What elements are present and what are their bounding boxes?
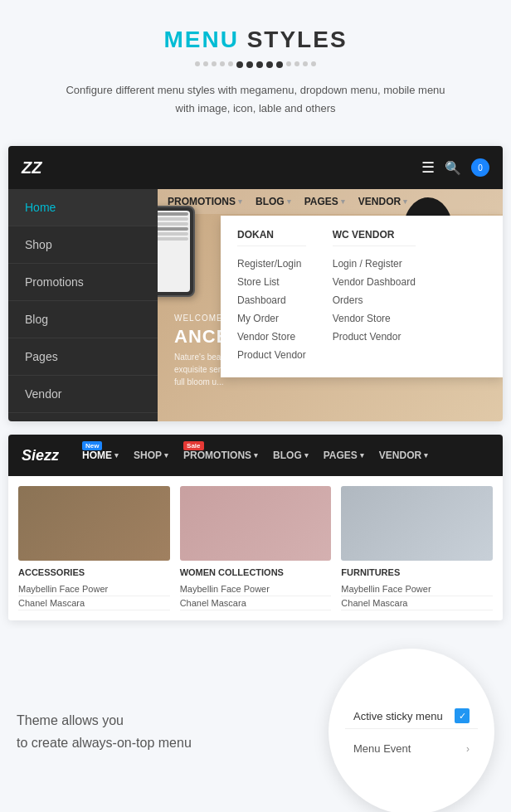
title-accent: MENU xyxy=(163,27,238,52)
title-section: MENU STYLES Configure different menu sty… xyxy=(0,0,511,146)
sticky-panel-row-1: Active sticky menu ✓ xyxy=(345,703,478,729)
dot-9 xyxy=(266,61,273,68)
wc-vendor-title: WC VENDOR xyxy=(333,229,416,246)
furniture-image xyxy=(341,486,493,561)
sticky-section: Theme allows you to create always-on-top… xyxy=(0,629,511,812)
sticky-active-label: Active sticky menu xyxy=(353,710,446,722)
dot-11 xyxy=(286,61,291,66)
sticky-panel-row-2: Menu Event › xyxy=(345,737,478,760)
light-nav-blog[interactable]: BLOG ▾ xyxy=(273,450,309,461)
sticky-checkbox[interactable]: ✓ xyxy=(455,708,470,723)
accessories-image xyxy=(18,486,170,561)
title-rest: STYLES xyxy=(239,27,348,52)
phone-bar-2 xyxy=(158,217,188,221)
dokan-item-2[interactable]: Store List xyxy=(237,273,306,291)
dot-3 xyxy=(212,61,217,66)
wc-item-4[interactable]: Vendor Store xyxy=(333,309,416,328)
dark-navbar: ZZ ☰ 🔍 0 xyxy=(8,146,503,189)
dot-13 xyxy=(303,61,308,66)
hamburger-icon[interactable]: ☰ xyxy=(421,158,435,177)
phone-bar-6 xyxy=(158,237,188,241)
vendor-col-dokan: DOKAN Register/Login Store List Dashboar… xyxy=(237,229,306,364)
search-icon[interactable]: 🔍 xyxy=(445,160,461,176)
sticky-text-line1: Theme allows you xyxy=(17,709,312,732)
menu-item-vendor[interactable]: Vendor xyxy=(8,376,158,413)
dokan-item-4[interactable]: My Order xyxy=(237,309,306,328)
furniture-item-1[interactable]: Maybellin Face Power xyxy=(341,582,493,596)
wc-item-5[interactable]: Product Vendor xyxy=(333,328,416,346)
badge-new-home: New xyxy=(82,441,102,450)
wc-vendor-list: Login / Register Vendor Dashboard Orders… xyxy=(333,255,416,346)
wc-item-3[interactable]: Orders xyxy=(333,291,416,309)
dokan-list: Register/Login Store List Dashboard My O… xyxy=(237,255,306,364)
dot-2 xyxy=(203,61,208,66)
product-grid: ACCESSORIES Maybellin Face Power Chanel … xyxy=(8,476,503,620)
light-nav-pages[interactable]: PAGES ▾ xyxy=(324,450,364,461)
women-item-1[interactable]: Maybellin Face Power xyxy=(180,582,332,596)
inner-nav-pages[interactable]: PAGES ▾ xyxy=(304,196,345,207)
dots-row xyxy=(17,61,494,68)
dot-6 xyxy=(236,61,243,68)
product-col-accessories: ACCESSORIES Maybellin Face Power Chanel … xyxy=(18,486,170,610)
phone-mockup xyxy=(158,206,195,297)
light-logo: Siezz xyxy=(22,447,59,464)
product-col-women: WOMEN COLLECTIONS Maybellin Face Power C… xyxy=(180,486,332,610)
phone-bar-1 xyxy=(158,212,188,216)
women-item-2[interactable]: Chanel Mascara xyxy=(180,596,332,610)
furniture-category: FURNITURES xyxy=(341,567,493,577)
menu-item-promotions[interactable]: Promotions xyxy=(8,264,158,301)
light-nav-shop[interactable]: SHOP ▾ xyxy=(134,450,168,461)
dokan-item-3[interactable]: Dashboard xyxy=(237,291,306,309)
left-menu: Home Shop Promotions Blog Pages Vendor xyxy=(8,189,158,421)
light-nav-items: New HOME ▾ SHOP ▾ Sale PROMOTIONS ▾ BLOG… xyxy=(82,450,428,461)
wc-item-2[interactable]: Vendor Dashboard xyxy=(333,273,416,291)
light-navbar: Siezz New HOME ▾ SHOP ▾ Sale PROMOTIONS … xyxy=(8,435,503,476)
hero-area: PROMOTIONS ▾ BLOG ▾ PAGES ▾ VENDOR ▾ DOK… xyxy=(158,189,503,421)
phone-bar-4 xyxy=(158,227,188,231)
furniture-item-2[interactable]: Chanel Mascara xyxy=(341,596,493,610)
menu-item-home[interactable]: Home xyxy=(8,189,158,226)
dark-menu-demo: ZZ ☰ 🔍 0 Home Shop Promotions Blog Pages… xyxy=(8,146,503,421)
dokan-item-1[interactable]: Register/Login xyxy=(237,255,306,273)
vendor-col-wc: WC VENDOR Login / Register Vendor Dashbo… xyxy=(333,229,416,364)
light-nav-vendor[interactable]: VENDOR ▾ xyxy=(379,450,428,461)
cart-badge[interactable]: 0 xyxy=(471,158,489,177)
accessories-item-2[interactable]: Chanel Mascara xyxy=(18,596,170,610)
dokan-item-6[interactable]: Product Vendor xyxy=(237,346,306,364)
vendor-dropdown: DOKAN Register/Login Store List Dashboar… xyxy=(221,216,503,377)
dropdown-overlay: Home Shop Promotions Blog Pages Vendor P… xyxy=(8,189,503,421)
product-col-furniture: FURNITURES Maybellin Face Power Chanel M… xyxy=(341,486,493,610)
inner-nav-blog[interactable]: BLOG ▾ xyxy=(256,196,291,207)
sticky-panel: Active sticky menu ✓ Menu Event › xyxy=(328,649,494,812)
dot-5 xyxy=(228,61,233,66)
dokan-title: DOKAN xyxy=(237,229,306,246)
chevron-right-icon: › xyxy=(466,743,470,755)
dark-logo: ZZ xyxy=(22,158,41,177)
dot-1 xyxy=(195,61,200,66)
light-nav-home[interactable]: New HOME ▾ xyxy=(82,450,119,461)
accessories-item-1[interactable]: Maybellin Face Power xyxy=(18,582,170,596)
dot-7 xyxy=(246,61,253,68)
women-category: WOMEN COLLECTIONS xyxy=(180,567,332,577)
sticky-event-label: Menu Event xyxy=(353,742,458,755)
dot-4 xyxy=(220,61,225,66)
phone-bar-3 xyxy=(158,222,188,226)
page-title: MENU STYLES xyxy=(17,27,494,53)
dokan-item-5[interactable]: Vendor Store xyxy=(237,328,306,346)
light-menu-demo: Siezz New HOME ▾ SHOP ▾ Sale PROMOTIONS … xyxy=(8,435,503,620)
light-nav-promotions[interactable]: Sale PROMOTIONS ▾ xyxy=(183,450,258,461)
menu-item-shop[interactable]: Shop xyxy=(8,226,158,264)
sticky-text-line2: to create always-on-top menu xyxy=(17,732,312,754)
women-image xyxy=(180,486,332,561)
subtitle-text: Configure different menu styles with meg… xyxy=(56,81,455,118)
sticky-text: Theme allows you to create always-on-top… xyxy=(17,709,312,754)
menu-item-pages[interactable]: Pages xyxy=(8,338,158,376)
dot-10 xyxy=(276,61,283,68)
dot-8 xyxy=(256,61,263,68)
dot-12 xyxy=(294,61,299,66)
phone-screen xyxy=(158,211,190,292)
accessories-category: ACCESSORIES xyxy=(18,567,170,577)
menu-item-blog[interactable]: Blog xyxy=(8,301,158,338)
nav-icons: ☰ 🔍 0 xyxy=(421,158,489,177)
wc-item-1[interactable]: Login / Register xyxy=(333,255,416,273)
